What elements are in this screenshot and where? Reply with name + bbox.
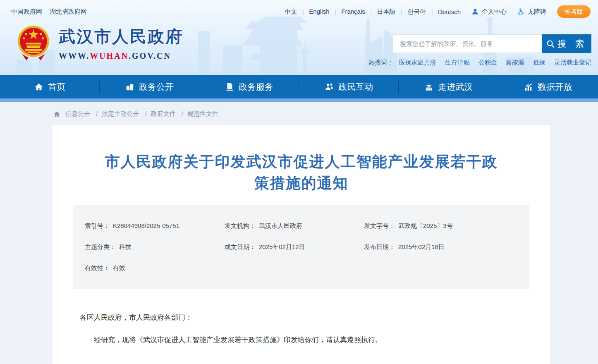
main-nav: 首页 政务公开 政务服务 政民互动 走进武汉 数据开放 [0,75,598,98]
hot-word-4[interactable]: 新能源 [506,59,524,67]
meta-publish-date-value: 2025年02月18日 [398,243,445,251]
link-china-gov[interactable]: 中国政府网 [11,8,42,16]
site-title: 武汉市人民政府 [59,25,183,48]
nav-about-wuhan[interactable]: 走进武汉 [399,75,498,98]
national-emblem-icon [16,24,51,62]
hot-word-3[interactable]: 公积金 [478,59,497,67]
building-icon [125,82,134,91]
document-title: 市人民政府关于印发武汉市促进人工智能产业发展若干政策措施的通知 [98,151,505,194]
accessibility-label: 无障碍 [528,8,546,16]
meta-validity-value: 有效 [113,264,125,272]
document-meta-table: 索引号： K28044908/2025-05751 发文机构： 武汉市人民政府 … [73,205,529,289]
breadcrumb-home-icon[interactable] [53,110,61,117]
accessibility-link[interactable]: 无障碍 [517,8,546,16]
meta-topic-value: 科技 [119,243,132,251]
nav-open-data-label: 数据开放 [538,81,572,93]
document-body: 各区人民政府，市人民政府各部门： 经研究，现将《武汉市促进人工智能产业发展若干政… [73,312,529,346]
body-paragraph: 经研究，现将《武汉市促进人工智能产业发展若干政策措施》印发给你们，请认真遵照执行… [80,334,523,346]
breadcrumb-item-1[interactable]: 信息公开 [65,110,98,118]
meta-agency: 发文机构： 武汉市人民政府 [225,222,364,230]
nav-gov-service[interactable]: 政务服务 [199,75,299,98]
link-hubei-gov[interactable]: 湖北省政府网 [50,8,87,16]
lang-zh[interactable]: 中文 [285,8,309,16]
meta-doc-no: 发文字号： 武政规〔2025〕3号 [364,222,518,230]
nav-home-label: 首页 [48,81,65,93]
hot-word-1[interactable]: 医保家庭共济 [399,59,436,67]
hot-word-5[interactable]: 低保 [533,59,545,67]
pagoda-icon [424,82,433,91]
meta-validity: 有效性： 有效 [85,264,225,272]
top-utility-bar: 中国政府网 湖北省政府网 中文 English Français 日本語 한국어… [0,0,598,23]
body-salutation: 各区人民政府，市人民政府各部门： [80,312,523,323]
breadcrumb-item-2[interactable]: 法定主动公开 [102,110,146,118]
nav-about-wuhan-label: 走进武汉 [438,81,473,93]
breadcrumb: 信息公开 法定主动公开 政府文件 规范性文件 [0,102,598,125]
search-icon [546,39,555,48]
people-icon [325,82,334,91]
person-icon [471,8,479,15]
site-brand[interactable]: 武汉市人民政府 WWW.WUHAN.GOV.CN [16,24,183,62]
lang-ja[interactable]: 日本語 [377,8,408,16]
lang-fr[interactable]: Français [341,8,377,16]
wheelchair-icon [517,8,525,15]
nav-home[interactable]: 首页 [0,75,100,98]
language-switcher: 中文 English Français 日本語 한국어 Deutsch [285,8,461,16]
site-header: 中国政府网 湖北省政府网 中文 English Français 日本語 한국어… [0,0,598,75]
meta-publish-date: 发布日期： 2025年02月18日 [364,243,518,251]
site-url: WWW.WUHAN.GOV.CN [59,51,183,61]
search-input[interactable] [393,34,542,53]
meta-written-date-value: 2025年02月12日 [259,243,305,251]
meta-index-value: K28044908/2025-05751 [113,222,179,230]
nav-interaction[interactable]: 政民互动 [299,75,399,98]
meta-index: 索引号： K28044908/2025-05751 [85,222,225,230]
user-center-label: 个人中心 [482,8,507,16]
search-button[interactable]: 搜 索 [542,34,591,53]
meta-written-date: 成文日期： 2025年02月12日 [225,243,364,251]
hot-search-row: 热搜词： 医保家庭共济 生育津贴 公积金 新能源 低保 灵活就业登记 [393,59,591,67]
hot-word-2[interactable]: 生育津贴 [445,59,470,67]
user-center-link[interactable]: 个人中心 [471,8,507,16]
nav-accent-strip [0,98,598,102]
home-icon [34,82,43,91]
breadcrumb-item-4[interactable]: 规范性文件 [187,110,218,118]
nav-gov-service-label: 政务服务 [239,81,273,93]
hot-word-6[interactable]: 灵活就业登记 [554,59,591,67]
breadcrumb-item-3[interactable]: 政府文件 [151,110,183,118]
nav-gov-info-label: 政务公开 [139,81,174,93]
elder-version-button[interactable]: 长者版 [557,5,591,18]
lang-ko[interactable]: 한국어 [407,8,438,16]
hot-search-label: 热搜词： [368,59,393,67]
chart-icon [524,82,533,91]
meta-agency-value: 武汉市人民政府 [259,222,302,230]
meta-topic: 主题分类： 科技 [85,243,225,251]
service-icon [225,82,234,91]
nav-open-data[interactable]: 数据开放 [498,75,598,98]
document-card: 市人民政府关于印发武汉市促进人工智能产业发展若干政策措施的通知 索引号： K28… [53,125,550,364]
search-button-label: 搜 索 [557,38,587,50]
lang-en[interactable]: English [309,8,341,16]
meta-doc-no-value: 武政规〔2025〕3号 [398,222,453,230]
lang-de[interactable]: Deutsch [438,8,461,15]
nav-interaction-label: 政民互动 [338,81,373,93]
nav-gov-info[interactable]: 政务公开 [100,75,199,98]
gov-links: 中国政府网 湖北省政府网 [11,8,87,16]
